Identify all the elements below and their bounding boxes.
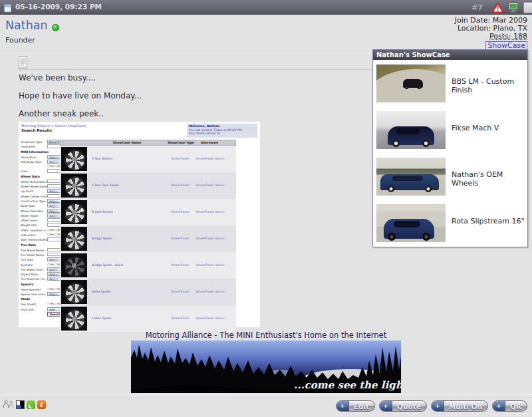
screenshot-form-label: Tire Brand Name [21,248,47,253]
car-image [403,79,423,88]
showcase-item[interactable]: Rota Slipstream 16" [373,200,527,246]
screenshot-table-row: Delta Spoke WheelTrader WheelTrader Admi… [60,279,236,305]
showcase-name-link: Bridge Spoke [92,237,112,240]
button-label: QR [510,402,521,410]
social-bookmark-icons: f [3,398,46,411]
showcase-item-label[interactable]: Nathan's OEM Wheels [452,170,527,188]
digg-icon[interactable] [3,398,14,411]
showcase-name-link: 8 Hole Rocket [92,210,113,213]
username-cell: WheelTrader Admin [190,263,231,267]
user-title: Founder [5,36,35,45]
post-text-line: Another sneak peek.. [19,109,104,118]
plus-icon: + [380,401,392,411]
showcase-item-label[interactable]: Rota Slipstream 16" [452,217,525,225]
screenshot-table-row: 5 Star Twin Spoke WheelTrader WheelTrade… [60,172,236,199]
screenshot-table-row: 5 Star Blaster WheelTrader WheelTrader A… [60,146,236,172]
screenshot-form-label: Spacers [21,282,34,287]
technorati-icon[interactable] [27,400,35,409]
partial-icon [523,2,532,13]
screenshot-form-label: Wheel Data [21,174,40,180]
embedded-screenshot-image: Motoring Alliance > Search ShowCases Sea… [19,122,260,327]
showcase-name-link: Delta Spoke [92,290,110,293]
car-image [388,126,434,145]
screenshot-form-label: Spacer Size (mm) [21,292,47,297]
post-date: 05-16-2009, 09:23 PM [15,3,102,11]
screenshot-form-label: R56 Body Type [21,160,47,164]
button-label: Multi On [449,402,482,410]
screenshot-form-label: Stud Size [21,307,47,312]
showcase-item-thumbnail[interactable] [376,204,446,242]
signature-caption: Motoring Alliance - The MINI Enthusiast'… [131,331,401,340]
banner-night-forest-art: ...come see the light [131,341,401,393]
screenshot-form-label: Have Spacers? [21,287,47,292]
document-icon [4,3,12,15]
screenshot-table-row: 8 Hole Rocket WheelTrader WheelTrader Ad… [60,199,236,225]
screenshot-form-label: Has Studs? [21,302,47,307]
wheel-thumbnail [61,227,87,251]
plus-icon: + [432,401,444,411]
username-cell: WheelTrader Admin [190,157,231,160]
username-cell: WheelTrader Admin [190,237,231,240]
showcase-item-thumbnail[interactable] [376,158,446,196]
wheel-thumbnail [61,200,87,224]
plus-icon: + [493,401,505,411]
screenshot-table-row: Bridge Spoke WheelTrader WheelTrader Adm… [60,225,236,252]
delicious-icon[interactable] [16,400,25,409]
screenshot-form-label: Color [21,169,47,174]
wheel-thumbnail [61,253,87,277]
screenshot-form-label: Wheel Model Name [21,184,47,189]
button-label: Quote [397,402,421,410]
showcase-popup-title: Nathan's ShowCase [373,50,527,60]
username-cell: WheelTrader Admin [190,290,231,293]
showcase-item[interactable]: Nathan's OEM Wheels [373,153,527,200]
post-action-button[interactable]: + QR [492,400,527,412]
screenshot-form-label: Tire Data [21,243,36,248]
screenshot-form-label: Tire Type [21,257,47,262]
showcase-item[interactable]: BBS LM - Custom Finish [373,60,527,106]
showcase-item-label[interactable]: BBS LM - Custom Finish [452,77,527,94]
post-action-button[interactable]: + Multi On [431,400,488,412]
username-link[interactable]: Nathan [5,19,48,32]
plus-icon: + [336,401,349,411]
report-post-icon[interactable] [491,2,504,16]
showcase-item-label[interactable]: Fikse Mach V [452,124,499,132]
post-action-button[interactable]: + Edit [336,400,375,412]
screenshot-page-title: Search Results [21,128,52,132]
button-label: Edit [354,402,369,410]
screenshot-table-row: Bridge Spoke - Black WheelTrader WheelTr… [60,252,236,279]
showcase-item-thumbnail[interactable] [376,65,446,102]
screenshot-breadcrumb: Motoring Alliance > Search ShowCases [21,124,86,128]
user-info-panel: Join Date: Mar 2009 Location: Plano, TX … [455,17,527,51]
screenshot-form-label: ShowCase Type [21,140,47,144]
showcase-item[interactable]: Fikse Mach V [373,106,527,153]
screenshot-form-label: Tire Model Name [21,253,47,257]
screenshot-form-label: With Fitment Notes [21,237,47,242]
screenshot-form-label: Wheel Brand Name [21,180,47,184]
banner-tagline: ...come see the light [294,379,401,391]
showcase-item-thumbnail[interactable] [376,111,446,149]
post-header-bar: 05-16-2009, 09:23 PM #7 [0,0,532,15]
car-image [384,219,434,239]
screenshot-welcome-box: Welcome, Nathan. You last visited: Today… [187,124,257,138]
username-cell: WheelTrader Admin [190,210,231,213]
wheel-thumbnail [61,174,87,198]
screenshot-table-row: Flame Spoke WheelTrader WheelTrader Admi… [60,305,236,332]
furl-icon[interactable]: f [37,400,46,409]
showcase-name-link: Bridge Spoke - Black [92,263,123,267]
signature-banner[interactable]: ...come see the light [131,341,401,393]
screenshot-table-header: ShowCase Name ShowCase Type Username [60,140,236,146]
post-action-button[interactable]: + Quote [379,400,427,412]
screenshot-results-table: ShowCase Name ShowCase Type Username 5 S… [60,140,236,332]
screenshot-form-label: Weight (lbs) [21,223,47,227]
post-text-line: Hope to have live on Monday... [19,91,142,100]
showcase-name-link: Flame Spoke [92,317,111,320]
username-cell: WheelTrader Admin [190,317,231,320]
screenshot-form-label: Wheel Diameter [21,209,47,213]
wheel-thumbnail [61,280,87,304]
showcase-name-link: 5 Star Twin Spoke [92,184,119,187]
username-cell: WheelTrader Admin [190,184,231,187]
ip-address-icon[interactable] [508,2,520,16]
screenshot-form-label: Hubcentric [21,233,47,237]
screenshot-form-label: Generation [21,155,47,160]
screenshot-form-label: Wheel Width [21,213,47,218]
